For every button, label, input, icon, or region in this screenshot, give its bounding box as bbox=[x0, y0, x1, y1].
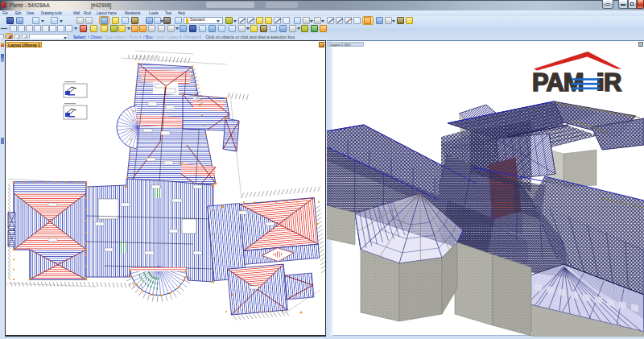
svg-text:PAM: PAM bbox=[532, 68, 584, 97]
svg-text:R: R bbox=[604, 68, 621, 97]
